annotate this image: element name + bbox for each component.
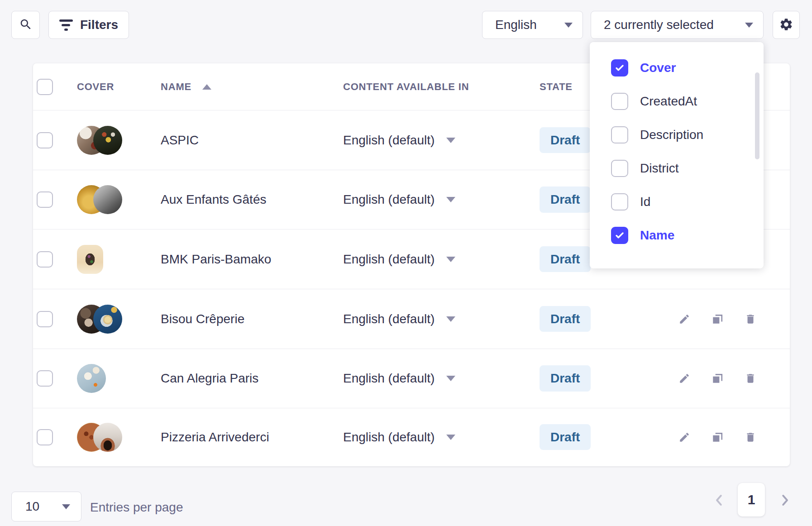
entry-name: Bisou Crêperie xyxy=(161,312,244,326)
state-cell: Draft xyxy=(540,306,591,332)
column-option-name[interactable]: Name xyxy=(590,219,764,252)
page-size-select[interactable]: 10 xyxy=(11,492,81,521)
chevron-down-icon xyxy=(446,376,455,381)
entry-name: Pizzeria Arrivederci xyxy=(161,430,269,445)
edit-button[interactable] xyxy=(676,429,693,445)
columns-select[interactable]: 2 currently selected xyxy=(591,11,764,39)
state-cell: Draft xyxy=(540,424,591,450)
locale-cell-dropdown[interactable]: English (default) xyxy=(343,430,455,445)
delete-button[interactable] xyxy=(742,311,759,327)
state-cell: Draft xyxy=(540,186,591,213)
state-cell: Draft xyxy=(540,246,591,273)
locale-cell-dropdown[interactable]: English (default) xyxy=(343,192,455,207)
select-all-checkbox[interactable] xyxy=(37,79,53,95)
locale-cell-dropdown[interactable]: English (default) xyxy=(343,133,455,148)
pencil-icon xyxy=(678,373,690,384)
column-header-name[interactable]: NAME xyxy=(161,81,211,93)
table-row[interactable]: Can Alegria Paris English (default) Draf… xyxy=(33,349,790,408)
checkbox[interactable] xyxy=(611,193,628,210)
trash-icon xyxy=(745,313,756,325)
cover-avatar xyxy=(77,364,106,393)
edit-button[interactable] xyxy=(676,311,693,327)
row-checkbox[interactable] xyxy=(37,251,53,268)
pencil-icon xyxy=(678,313,690,325)
column-header-state: STATE xyxy=(540,81,573,93)
row-checkbox[interactable] xyxy=(37,370,53,387)
column-header-cover: COVER xyxy=(77,81,114,93)
duplicate-button[interactable] xyxy=(709,429,726,445)
edit-button[interactable] xyxy=(676,370,693,387)
entry-name: Can Alegria Paris xyxy=(161,371,258,386)
row-checkbox[interactable] xyxy=(37,132,53,148)
previous-page-button[interactable] xyxy=(712,493,727,508)
filter-icon xyxy=(59,19,73,31)
sort-ascending-icon xyxy=(202,84,211,90)
settings-button[interactable] xyxy=(773,11,800,39)
entry-name: Aux Enfants Gâtés xyxy=(161,192,266,207)
column-option-createdat[interactable]: CreatedAt xyxy=(590,85,764,118)
chevron-down-icon xyxy=(564,23,573,28)
duplicate-button[interactable] xyxy=(709,311,726,327)
column-option-label: Name xyxy=(640,228,674,243)
filters-button[interactable]: Filters xyxy=(48,11,129,39)
pencil-icon xyxy=(678,431,690,443)
chevron-down-icon xyxy=(446,316,455,322)
column-option-description[interactable]: Description xyxy=(590,118,764,152)
status-badge: Draft xyxy=(540,246,591,273)
check-icon xyxy=(614,230,625,241)
checkbox[interactable] xyxy=(611,59,628,77)
entries-per-page-label: Entries per page xyxy=(90,500,183,515)
trash-icon xyxy=(745,431,756,443)
checkbox[interactable] xyxy=(611,227,628,244)
table-row[interactable]: Pizzeria Arrivederci English (default) D… xyxy=(33,408,790,466)
chevron-left-icon xyxy=(714,493,724,507)
row-checkbox[interactable] xyxy=(37,429,53,445)
cover-avatar xyxy=(93,423,122,452)
locale-select[interactable]: English xyxy=(482,11,583,39)
locale-select-value: English xyxy=(495,18,537,32)
status-badge: Draft xyxy=(540,424,591,450)
trash-icon xyxy=(745,373,756,384)
entry-name: BMK Paris-Bamako xyxy=(161,252,271,267)
cover-cell xyxy=(77,364,106,393)
cover-cell xyxy=(77,423,122,452)
column-option-cover[interactable]: Cover xyxy=(590,51,764,85)
row-actions xyxy=(676,370,759,387)
locale-cell-dropdown[interactable]: English (default) xyxy=(343,371,455,386)
cover-avatar xyxy=(77,245,103,274)
checkbox[interactable] xyxy=(611,126,628,143)
delete-button[interactable] xyxy=(742,370,759,387)
status-badge: Draft xyxy=(540,365,591,392)
duplicate-button[interactable] xyxy=(709,370,726,387)
row-checkbox[interactable] xyxy=(37,311,53,327)
column-option-label: Description xyxy=(640,128,703,142)
page-size-value: 10 xyxy=(25,499,39,514)
search-button[interactable] xyxy=(11,11,40,39)
page-number-button[interactable]: 1 xyxy=(738,483,765,516)
row-actions xyxy=(676,429,759,445)
content-manager-list-view: Filters English 2 currently selected COV… xyxy=(0,0,812,526)
row-actions xyxy=(676,311,759,327)
cover-cell xyxy=(77,126,122,155)
dropdown-scrollbar[interactable] xyxy=(755,72,759,159)
chevron-right-icon xyxy=(780,493,790,507)
delete-button[interactable] xyxy=(742,429,759,445)
chevron-down-icon xyxy=(745,23,753,28)
chevron-down-icon xyxy=(446,197,455,202)
search-icon xyxy=(19,18,33,33)
status-badge: Draft xyxy=(540,127,591,153)
column-header-content-available-in: CONTENT AVAILABLE IN xyxy=(343,81,469,93)
columns-select-value: 2 currently selected xyxy=(604,18,714,32)
locale-cell-dropdown[interactable]: English (default) xyxy=(343,252,455,267)
column-option-id[interactable]: Id xyxy=(590,185,764,219)
row-checkbox[interactable] xyxy=(37,191,53,208)
cover-avatar xyxy=(93,305,122,334)
chevron-down-icon xyxy=(446,435,455,440)
chevron-down-icon xyxy=(62,504,70,509)
column-option-district[interactable]: District xyxy=(590,152,764,185)
table-row[interactable]: Bisou Crêperie English (default) Draft xyxy=(33,289,790,349)
checkbox[interactable] xyxy=(611,160,628,177)
locale-cell-dropdown[interactable]: English (default) xyxy=(343,312,455,326)
checkbox[interactable] xyxy=(611,93,628,110)
next-page-button[interactable] xyxy=(777,493,793,508)
